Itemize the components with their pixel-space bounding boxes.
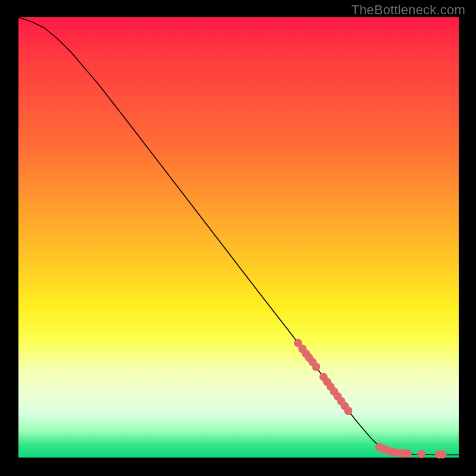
highlight-points-group xyxy=(294,339,447,459)
highlight-point xyxy=(439,450,447,459)
highlight-point xyxy=(403,449,412,458)
chart-container: TheBottleneck.com xyxy=(0,0,476,476)
bottleneck-curve xyxy=(18,17,459,455)
highlight-point xyxy=(417,450,425,458)
x-axis-line xyxy=(17,458,459,459)
highlight-point xyxy=(312,363,320,371)
plot-overlay-svg xyxy=(18,17,459,458)
watermark-text: TheBottleneck.com xyxy=(351,2,465,18)
highlight-point xyxy=(344,407,352,415)
